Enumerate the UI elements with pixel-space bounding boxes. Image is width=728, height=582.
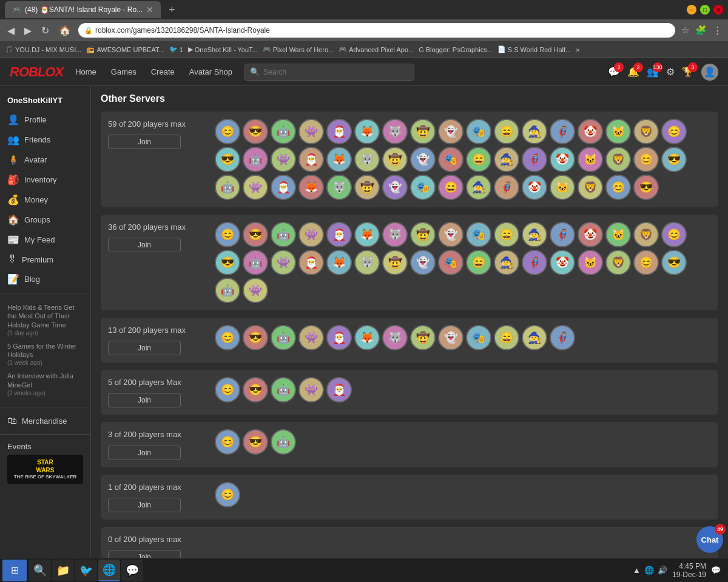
start-button[interactable]: ⊞ — [2, 560, 27, 581]
home-button[interactable]: 🏠 — [56, 22, 73, 39]
robux-icon[interactable]: 👥 130 — [647, 66, 659, 78]
avatar-bubble[interactable]: 😄 — [438, 175, 463, 200]
avatar-bubble[interactable]: 🤠 — [410, 325, 436, 350]
avatar-bubble[interactable]: 🐺 — [354, 250, 380, 275]
avatar-bubble[interactable]: 👻 — [410, 147, 436, 172]
join-button-3[interactable]: Join — [108, 341, 181, 355]
avatar-bubble[interactable]: 🤠 — [410, 222, 436, 247]
avatar-bubble[interactable]: 👻 — [410, 250, 436, 275]
avatar-bubble[interactable]: 🦊 — [354, 119, 380, 144]
avatar-bubble[interactable]: 🤠 — [382, 147, 408, 172]
avatar-bubble[interactable]: 🦊 — [298, 175, 324, 200]
avatar-bubble[interactable]: 🤠 — [354, 175, 380, 200]
avatar-bubble[interactable]: 🤠 — [382, 250, 408, 275]
avatar-bubble[interactable]: 🦁 — [578, 175, 603, 200]
star-wars-banner[interactable]: STAR WARS THE RISE OF SKYWALKER — [7, 455, 83, 484]
avatar-bubble[interactable]: 👾 — [298, 377, 324, 403]
menu-icon[interactable]: ⋮ — [712, 24, 723, 37]
avatar-bubble[interactable]: 👻 — [438, 222, 463, 247]
avatar-bubble[interactable]: 🦸 — [522, 250, 547, 275]
avatar-bubble[interactable]: 😊 — [661, 119, 687, 144]
avatar-bubble[interactable]: 🤡 — [522, 175, 547, 200]
bookmark-6[interactable]: G Blogger: PsGraphics... — [419, 46, 493, 53]
avatar-bubble[interactable]: 😄 — [466, 250, 491, 275]
avatar-bubble[interactable]: 👾 — [243, 175, 268, 200]
url-bar[interactable]: 🔒 roblox.com/games/1320186298/SANTA-Isla… — [78, 23, 675, 38]
currency-icon[interactable]: 🏆 3 — [682, 66, 694, 78]
avatar-bubble[interactable]: 🦁 — [605, 250, 631, 275]
avatar-bubble[interactable]: 🦊 — [326, 250, 352, 275]
taskbar-volume-icon[interactable]: 🔊 — [658, 566, 667, 575]
nav-games[interactable]: Games — [111, 65, 136, 79]
nav-create[interactable]: Create — [151, 65, 175, 79]
avatar-bubble[interactable]: 🦁 — [605, 147, 631, 172]
avatar-bubble[interactable]: 🧙 — [494, 250, 519, 275]
avatar-bubble[interactable]: 👾 — [298, 119, 324, 144]
avatar-bubble[interactable]: 🎭 — [466, 119, 491, 144]
avatar-bubble[interactable]: 🧙 — [522, 119, 547, 144]
avatar-bubble[interactable]: 🤖 — [215, 278, 240, 303]
blog-post-3[interactable]: An Interview with Julia MineGirl (2 week… — [7, 369, 83, 400]
taskbar-up-arrow[interactable]: ▲ — [633, 566, 641, 575]
star-icon[interactable]: ☆ — [680, 24, 690, 37]
avatar-bubble[interactable]: 🐱 — [605, 222, 631, 247]
avatar-bubble[interactable]: 🐺 — [354, 147, 380, 172]
avatar-bubble[interactable]: 🦸 — [522, 147, 547, 172]
avatar-bubble[interactable]: 🎅 — [298, 147, 324, 172]
sidebar-item-groups[interactable]: 🏠 Groups — [0, 210, 90, 230]
new-tab-button[interactable]: + — [163, 1, 180, 18]
bookmark-5[interactable]: 🎮 Advanced Pixel Apo... — [339, 45, 414, 53]
join-button-4[interactable]: Join — [108, 393, 181, 407]
avatar-bubble[interactable]: 🎭 — [438, 147, 463, 172]
avatar-bubble[interactable]: 😊 — [215, 429, 240, 455]
avatar-bubble[interactable]: 😊 — [215, 222, 240, 247]
avatar-bubble[interactable]: 😊 — [215, 377, 240, 403]
avatar-bubble[interactable]: 🤖 — [271, 325, 296, 350]
sidebar-item-avatar[interactable]: 🧍 Avatar — [0, 150, 90, 170]
avatar-bubble[interactable]: 😎 — [243, 325, 268, 350]
avatar-bubble[interactable]: 😊 — [633, 147, 659, 172]
avatar-bubble[interactable]: 😎 — [661, 147, 687, 172]
avatar-bubble[interactable]: 🦊 — [354, 325, 380, 350]
search-bar[interactable]: 🔍 — [244, 64, 414, 81]
bookmark-4[interactable]: 🎮 Pixel Wars of Hero... — [263, 45, 334, 53]
avatar-bubble[interactable]: 🤖 — [271, 377, 296, 403]
avatar-bubble[interactable]: 👾 — [298, 325, 324, 350]
bookmark-1[interactable]: 🎵 YOU.DJ - MIX MUSI... — [5, 45, 81, 53]
avatar-bubble[interactable]: 👾 — [243, 278, 268, 303]
taskbar-icon-birds[interactable]: 🐦 — [75, 560, 97, 581]
avatar-bubble[interactable]: 🦸 — [550, 325, 575, 350]
avatar-bubble[interactable]: 🦊 — [354, 222, 380, 247]
avatar-bubble[interactable]: 🎅 — [271, 175, 296, 200]
avatar-bubble[interactable]: 👻 — [438, 325, 463, 350]
avatar-bubble[interactable]: 🤡 — [550, 250, 575, 275]
avatar-bubble[interactable]: 🦸 — [550, 222, 575, 247]
sidebar-item-money[interactable]: 💰 Money — [0, 190, 90, 210]
search-input[interactable] — [263, 68, 409, 76]
blog-post-1[interactable]: Help Kids & Teens Get the Most Out of Th… — [7, 301, 83, 340]
join-button-5[interactable]: Join — [108, 446, 181, 460]
minimize-button[interactable]: − — [687, 5, 696, 15]
bookmarks-more[interactable]: » — [576, 46, 579, 53]
back-button[interactable]: ◀ — [5, 22, 17, 39]
avatar-bubble[interactable]: 🎭 — [438, 250, 463, 275]
gear-icon[interactable]: ⚙ — [666, 66, 675, 78]
join-button-2[interactable]: Join — [108, 238, 181, 252]
avatar-bubble[interactable]: 🤖 — [271, 222, 296, 247]
avatar-bubble[interactable]: 👾 — [298, 222, 324, 247]
chat-button[interactable]: Chat 49 — [696, 526, 723, 553]
avatar-bubble[interactable]: 🐱 — [605, 119, 631, 144]
avatar-bubble[interactable]: 😎 — [243, 429, 268, 455]
avatar-bubble[interactable]: 😊 — [215, 325, 240, 350]
avatar-bubble[interactable]: 🎅 — [326, 377, 352, 403]
nav-avatar-shop[interactable]: Avatar Shop — [189, 65, 232, 79]
avatar-bubble[interactable]: 🤠 — [410, 119, 436, 144]
nav-home[interactable]: Home — [75, 65, 96, 79]
avatar-bubble[interactable]: 😎 — [215, 250, 240, 275]
avatar-bubble[interactable]: 🦁 — [633, 119, 659, 144]
avatar-bubble[interactable]: 🎭 — [466, 325, 491, 350]
avatar-bubble[interactable]: 😎 — [633, 175, 659, 200]
bookmark-7[interactable]: 📄 S.S World Red Half... — [497, 45, 571, 53]
sidebar-item-merchandise[interactable]: 🛍 Merchandise — [0, 411, 90, 430]
avatar-bubble[interactable]: 🐺 — [382, 325, 408, 350]
